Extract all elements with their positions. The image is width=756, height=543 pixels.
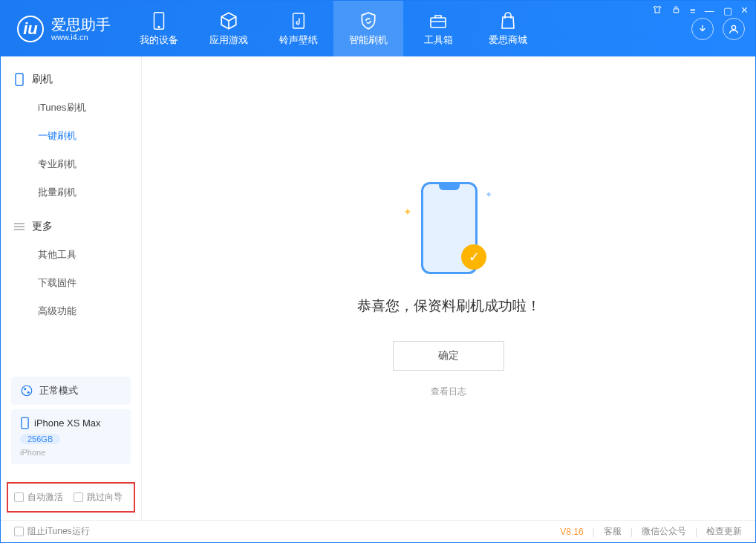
svg-rect-0 xyxy=(674,9,679,13)
user-button[interactable] xyxy=(723,18,745,40)
checkmark-badge-icon: ✓ xyxy=(461,244,486,270)
tab-label: 智能刷机 xyxy=(349,33,388,47)
phone-icon xyxy=(20,417,30,429)
sidebar-item-batch-flash[interactable]: 批量刷机 xyxy=(1,178,141,207)
checkbox-icon xyxy=(14,492,24,502)
status-link-support[interactable]: 客服 xyxy=(604,525,622,538)
tab-label: 爱思商城 xyxy=(489,33,527,47)
list-icon xyxy=(14,221,25,232)
version-label: V8.16 xyxy=(560,527,583,537)
checkbox-icon xyxy=(74,492,83,502)
sidebar-item-download-firmware[interactable]: 下载固件 xyxy=(1,269,141,297)
svg-point-5 xyxy=(731,25,735,29)
svg-rect-3 xyxy=(293,13,304,27)
phone-icon xyxy=(14,73,25,86)
main-content: ✦ ✦ ✓ 恭喜您，保资料刷机成功啦！ 确定 查看日志 xyxy=(142,56,755,520)
tab-label: 铃声壁纸 xyxy=(279,33,318,47)
svg-point-2 xyxy=(158,26,160,27)
app-name-cn: 爱思助手 xyxy=(51,16,111,33)
svg-point-9 xyxy=(27,391,30,394)
success-message: 恭喜您，保资料刷机成功啦！ xyxy=(357,296,541,316)
checkbox-auto-activate[interactable]: 自动激活 xyxy=(14,491,63,504)
sidebar-item-oneclick-flash[interactable]: 一键刷机 xyxy=(1,122,141,150)
mode-icon xyxy=(20,384,33,397)
sidebar-group-flash: 刷机 xyxy=(1,65,141,94)
minimize-button[interactable]: — xyxy=(705,5,714,16)
logo-icon: iu xyxy=(17,16,44,42)
ok-button[interactable]: 确定 xyxy=(393,341,504,371)
sparkle-icon: ✦ xyxy=(485,189,492,200)
checkbox-block-itunes[interactable]: 阻止iTunes运行 xyxy=(14,525,90,538)
shirt-icon[interactable] xyxy=(652,4,662,17)
download-button[interactable] xyxy=(691,18,714,40)
checkbox-icon xyxy=(14,527,24,536)
sidebar-group-more: 更多 xyxy=(1,212,141,241)
sidebar-item-other-tools[interactable]: 其他工具 xyxy=(1,241,141,269)
toolbox-icon xyxy=(428,11,448,30)
svg-point-8 xyxy=(24,388,26,390)
storage-pill: 256GB xyxy=(20,434,60,444)
tab-ringtones[interactable]: 铃声壁纸 xyxy=(264,1,333,56)
status-link-wechat[interactable]: 微信公众号 xyxy=(642,525,686,538)
svg-rect-10 xyxy=(22,417,28,429)
svg-rect-4 xyxy=(431,18,446,27)
shield-refresh-icon xyxy=(359,11,378,30)
sidebar-item-itunes-flash[interactable]: iTunes刷机 xyxy=(1,94,141,122)
device-card[interactable]: iPhone XS Max 256GB iPhone xyxy=(11,409,131,464)
status-link-update[interactable]: 检查更新 xyxy=(706,525,742,538)
tab-my-device[interactable]: 我的设备 xyxy=(124,1,194,56)
group-title: 更多 xyxy=(32,220,53,233)
tab-label: 我的设备 xyxy=(140,33,178,47)
app-name-en: www.i4.cn xyxy=(51,33,111,42)
music-file-icon xyxy=(289,11,308,30)
lock-icon[interactable] xyxy=(671,4,681,16)
cube-icon xyxy=(219,11,238,30)
sparkle-icon: ✦ xyxy=(403,206,412,218)
svg-point-7 xyxy=(22,386,32,396)
view-log-link[interactable]: 查看日志 xyxy=(431,386,466,398)
tab-smart-flash[interactable]: 智能刷机 xyxy=(333,1,403,56)
statusbar: 阻止iTunes运行 V8.16 | 客服 | 微信公众号 | 检查更新 xyxy=(1,520,755,542)
maximize-button[interactable]: ▢ xyxy=(723,5,732,16)
app-logo: iu 爱思助手 www.i4.cn xyxy=(1,1,124,56)
device-type: iPhone xyxy=(20,448,122,457)
tab-label: 工具箱 xyxy=(424,33,453,47)
bag-icon xyxy=(498,11,518,30)
menu-icon[interactable]: ≡ xyxy=(690,5,696,16)
close-button[interactable]: × xyxy=(741,4,748,17)
sidebar-item-pro-flash[interactable]: 专业刷机 xyxy=(1,150,141,178)
checkbox-skip-guide[interactable]: 跳过向导 xyxy=(74,491,123,504)
success-illustration: ✦ ✦ ✓ xyxy=(415,179,482,276)
tab-apps-games[interactable]: 应用游戏 xyxy=(194,1,264,56)
titlebar: ≡ — ▢ × iu 爱思助手 www.i4.cn 我的设备 应用游戏 铃声壁纸… xyxy=(1,1,755,56)
window-controls: ≡ — ▢ × xyxy=(652,4,748,17)
group-title: 刷机 xyxy=(32,73,53,86)
device-icon xyxy=(149,11,169,30)
tab-toolbox[interactable]: 工具箱 xyxy=(403,1,473,56)
highlighted-options: 自动激活 跳过向导 xyxy=(7,482,135,513)
tab-label: 应用游戏 xyxy=(209,33,248,47)
tab-store[interactable]: 爱思商城 xyxy=(473,1,543,56)
sidebar-item-advanced[interactable]: 高级功能 xyxy=(1,297,141,325)
main-tabs: 我的设备 应用游戏 铃声壁纸 智能刷机 工具箱 爱思商城 xyxy=(124,1,543,56)
mode-card[interactable]: 正常模式 xyxy=(11,377,131,405)
sidebar: 刷机 iTunes刷机 一键刷机 专业刷机 批量刷机 更多 其他工具 下载固件 … xyxy=(1,56,142,520)
svg-rect-6 xyxy=(16,74,23,85)
device-name-text: iPhone XS Max xyxy=(34,417,101,429)
mode-label: 正常模式 xyxy=(39,384,78,397)
